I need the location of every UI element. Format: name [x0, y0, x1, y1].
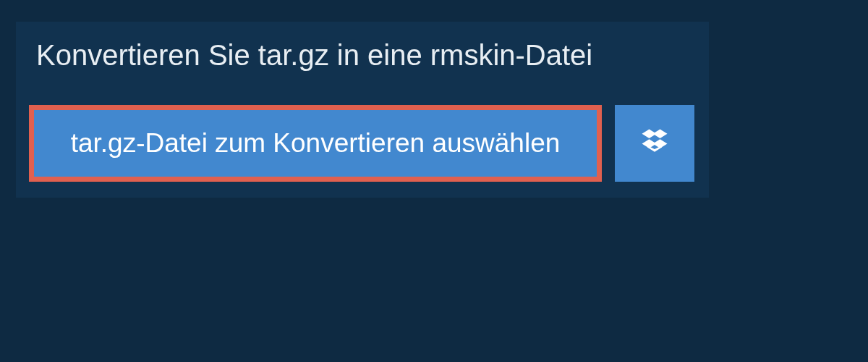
file-select-label: tar.gz-Datei zum Konvertieren auswählen [71, 128, 561, 159]
upload-row: tar.gz-Datei zum Konvertieren auswählen [16, 89, 709, 198]
dropbox-icon [640, 127, 669, 159]
page-title: Konvertieren Sie tar.gz in eine rmskin-D… [16, 22, 709, 89]
file-select-button[interactable]: tar.gz-Datei zum Konvertieren auswählen [29, 105, 602, 182]
dropbox-button[interactable] [615, 105, 694, 182]
converter-panel: Konvertieren Sie tar.gz in eine rmskin-D… [16, 22, 709, 198]
